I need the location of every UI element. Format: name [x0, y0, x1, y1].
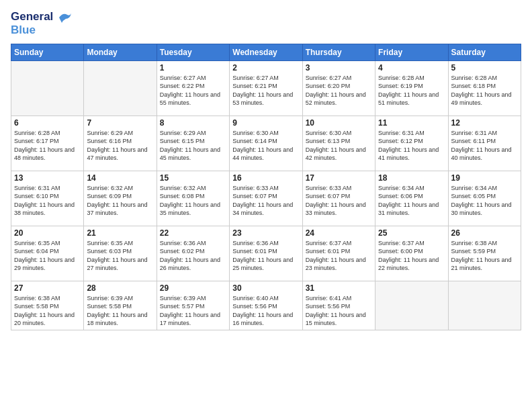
day-number: 10: [306, 118, 372, 128]
weekday-header-saturday: Saturday: [448, 44, 521, 60]
calendar-cell: 5Sunrise: 6:28 AM Sunset: 6:18 PM Daylig…: [448, 60, 521, 116]
day-info: Sunrise: 6:38 AM Sunset: 5:59 PM Dayligh…: [451, 239, 518, 273]
day-info: Sunrise: 6:28 AM Sunset: 6:18 PM Dayligh…: [451, 74, 518, 107]
calendar-cell: 15Sunrise: 6:32 AM Sunset: 6:08 PM Dayli…: [157, 171, 229, 226]
day-number: 5: [451, 63, 518, 73]
weekday-header-row: SundayMondayTuesdayWednesdayThursdayFrid…: [11, 44, 521, 60]
day-info: Sunrise: 6:33 AM Sunset: 6:07 PM Dayligh…: [232, 184, 299, 218]
calendar-cell: 2Sunrise: 6:27 AM Sunset: 6:21 PM Daylig…: [230, 60, 302, 116]
header: General Blue: [11, 11, 521, 37]
day-info: Sunrise: 6:33 AM Sunset: 6:07 PM Dayligh…: [306, 184, 372, 218]
calendar-cell: 26Sunrise: 6:38 AM Sunset: 5:59 PM Dayli…: [448, 226, 521, 281]
day-number: 1: [160, 63, 226, 73]
day-info: Sunrise: 6:27 AM Sunset: 6:21 PM Dayligh…: [232, 74, 299, 107]
day-info: Sunrise: 6:39 AM Sunset: 5:57 PM Dayligh…: [160, 294, 226, 328]
calendar-table: SundayMondayTuesdayWednesdayThursdayFrid…: [11, 44, 521, 330]
day-number: 21: [87, 228, 153, 238]
calendar-cell: 11Sunrise: 6:31 AM Sunset: 6:12 PM Dayli…: [375, 116, 448, 171]
week-row-4: 20Sunrise: 6:35 AM Sunset: 6:04 PM Dayli…: [11, 226, 521, 281]
calendar-cell: [84, 60, 157, 116]
day-number: 24: [306, 228, 372, 238]
day-info: Sunrise: 6:31 AM Sunset: 6:11 PM Dayligh…: [451, 129, 518, 163]
day-info: Sunrise: 6:41 AM Sunset: 5:56 PM Dayligh…: [306, 294, 372, 328]
day-info: Sunrise: 6:34 AM Sunset: 6:06 PM Dayligh…: [378, 184, 445, 218]
calendar-cell: 7Sunrise: 6:29 AM Sunset: 6:16 PM Daylig…: [84, 116, 157, 171]
day-info: Sunrise: 6:40 AM Sunset: 5:56 PM Dayligh…: [232, 294, 299, 328]
day-info: Sunrise: 6:34 AM Sunset: 6:05 PM Dayligh…: [451, 184, 518, 218]
calendar-cell: 17Sunrise: 6:33 AM Sunset: 6:07 PM Dayli…: [302, 171, 375, 226]
weekday-header-thursday: Thursday: [302, 44, 375, 60]
calendar-cell: 3Sunrise: 6:27 AM Sunset: 6:20 PM Daylig…: [302, 60, 375, 116]
calendar-cell: 28Sunrise: 6:39 AM Sunset: 5:58 PM Dayli…: [84, 281, 157, 330]
day-info: Sunrise: 6:35 AM Sunset: 6:03 PM Dayligh…: [87, 239, 153, 273]
weekday-header-friday: Friday: [375, 44, 448, 60]
calendar-cell: 21Sunrise: 6:35 AM Sunset: 6:03 PM Dayli…: [84, 226, 157, 281]
day-info: Sunrise: 6:36 AM Sunset: 6:02 PM Dayligh…: [160, 239, 226, 273]
calendar-cell: 12Sunrise: 6:31 AM Sunset: 6:11 PM Dayli…: [448, 116, 521, 171]
calendar-cell: 4Sunrise: 6:28 AM Sunset: 6:19 PM Daylig…: [375, 60, 448, 116]
day-info: Sunrise: 6:30 AM Sunset: 6:14 PM Dayligh…: [232, 129, 299, 163]
calendar-cell: 31Sunrise: 6:41 AM Sunset: 5:56 PM Dayli…: [302, 281, 375, 330]
day-number: 11: [378, 118, 445, 128]
weekday-header-monday: Monday: [84, 44, 157, 60]
day-number: 6: [14, 118, 81, 128]
day-info: Sunrise: 6:39 AM Sunset: 5:58 PM Dayligh…: [87, 294, 153, 328]
calendar-cell: 18Sunrise: 6:34 AM Sunset: 6:06 PM Dayli…: [375, 171, 448, 226]
day-info: Sunrise: 6:32 AM Sunset: 6:08 PM Dayligh…: [160, 184, 226, 218]
day-number: 16: [232, 173, 299, 183]
day-info: Sunrise: 6:28 AM Sunset: 6:19 PM Dayligh…: [378, 74, 445, 107]
day-number: 27: [14, 283, 81, 293]
day-info: Sunrise: 6:29 AM Sunset: 6:15 PM Dayligh…: [160, 129, 226, 163]
day-number: 18: [378, 173, 445, 183]
day-number: 17: [306, 173, 372, 183]
day-number: 2: [232, 63, 299, 73]
calendar-cell: 16Sunrise: 6:33 AM Sunset: 6:07 PM Dayli…: [230, 171, 302, 226]
day-number: 4: [378, 63, 445, 73]
calendar-cell: 8Sunrise: 6:29 AM Sunset: 6:15 PM Daylig…: [157, 116, 229, 171]
calendar-cell: 20Sunrise: 6:35 AM Sunset: 6:04 PM Dayli…: [11, 226, 84, 281]
calendar-cell: 13Sunrise: 6:31 AM Sunset: 6:10 PM Dayli…: [11, 171, 84, 226]
day-info: Sunrise: 6:31 AM Sunset: 6:10 PM Dayligh…: [14, 184, 81, 218]
calendar-cell: 30Sunrise: 6:40 AM Sunset: 5:56 PM Dayli…: [230, 281, 302, 330]
day-number: 30: [232, 283, 299, 293]
calendar-cell: [11, 60, 84, 116]
day-number: 13: [14, 173, 81, 183]
calendar-cell: 23Sunrise: 6:36 AM Sunset: 6:01 PM Dayli…: [230, 226, 302, 281]
day-info: Sunrise: 6:32 AM Sunset: 6:09 PM Dayligh…: [87, 184, 153, 218]
day-info: Sunrise: 6:29 AM Sunset: 6:16 PM Dayligh…: [87, 129, 153, 163]
calendar-cell: [375, 281, 448, 330]
day-info: Sunrise: 6:37 AM Sunset: 6:00 PM Dayligh…: [378, 239, 445, 273]
calendar-cell: 1Sunrise: 6:27 AM Sunset: 6:22 PM Daylig…: [157, 60, 229, 116]
logo-line2: Blue: [11, 24, 73, 37]
day-info: Sunrise: 6:37 AM Sunset: 6:01 PM Dayligh…: [306, 239, 372, 273]
day-number: 22: [160, 228, 226, 238]
day-number: 9: [232, 118, 299, 128]
calendar-cell: 22Sunrise: 6:36 AM Sunset: 6:02 PM Dayli…: [157, 226, 229, 281]
day-number: 15: [160, 173, 226, 183]
day-info: Sunrise: 6:35 AM Sunset: 6:04 PM Dayligh…: [14, 239, 81, 273]
logo-bird-icon: [58, 11, 73, 24]
day-number: 25: [378, 228, 445, 238]
day-number: 3: [306, 63, 372, 73]
calendar-cell: 9Sunrise: 6:30 AM Sunset: 6:14 PM Daylig…: [230, 116, 302, 171]
day-info: Sunrise: 6:27 AM Sunset: 6:22 PM Dayligh…: [160, 74, 226, 107]
logo: General Blue: [11, 11, 73, 37]
day-info: Sunrise: 6:27 AM Sunset: 6:20 PM Dayligh…: [306, 74, 372, 107]
day-number: 14: [87, 173, 153, 183]
page: General Blue SundayMondayTuesdayWednesda…: [0, 0, 532, 411]
logo-line1: General: [11, 11, 73, 24]
day-info: Sunrise: 6:30 AM Sunset: 6:13 PM Dayligh…: [306, 129, 372, 163]
day-info: Sunrise: 6:31 AM Sunset: 6:12 PM Dayligh…: [378, 129, 445, 163]
day-number: 31: [306, 283, 372, 293]
day-number: 12: [451, 118, 518, 128]
day-number: 28: [87, 283, 153, 293]
day-number: 26: [451, 228, 518, 238]
day-number: 29: [160, 283, 226, 293]
calendar-cell: 25Sunrise: 6:37 AM Sunset: 6:00 PM Dayli…: [375, 226, 448, 281]
calendar-cell: 27Sunrise: 6:38 AM Sunset: 5:58 PM Dayli…: [11, 281, 84, 330]
weekday-header-tuesday: Tuesday: [157, 44, 229, 60]
day-number: 8: [160, 118, 226, 128]
day-number: 23: [232, 228, 299, 238]
weekday-header-wednesday: Wednesday: [230, 44, 302, 60]
week-row-3: 13Sunrise: 6:31 AM Sunset: 6:10 PM Dayli…: [11, 171, 521, 226]
